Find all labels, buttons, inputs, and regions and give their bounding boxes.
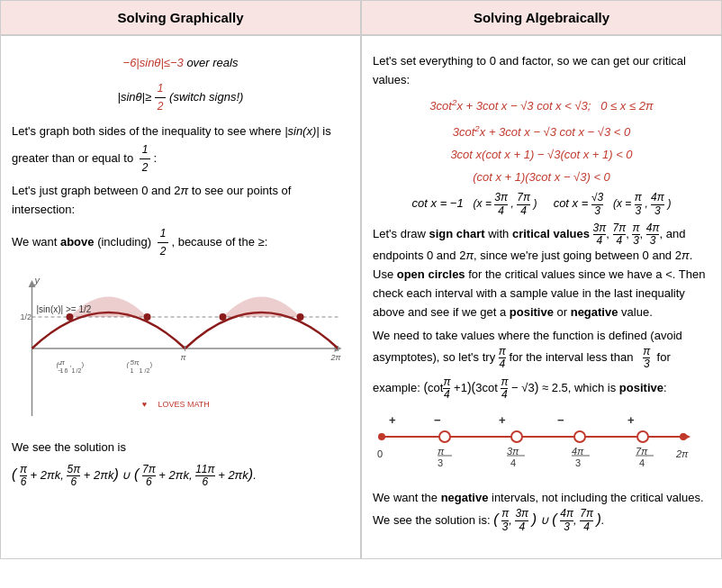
conclusion: We want the negative intervals, not incl… [373,489,710,533]
svg-point-44 [637,431,648,442]
svg-point-45 [378,433,385,440]
step2-text: Let's graph both sides of the inequality… [12,122,349,176]
main-container: Solving Graphically Solving Algebraicall… [0,0,722,559]
svg-text:3: 3 [575,457,581,468]
graph-area: y 1/2 [12,267,349,430]
sample-calc: example: (cotπ4 +1)(3cot π4 − √3) ≈ 2.5,… [373,376,710,401]
svg-text:1/2: 1/2 [21,312,32,321]
svg-point-9 [220,313,227,321]
svg-text:6: 6 [65,367,68,374]
intro-equation: −6|sinθ|≤−3 over reals [12,54,349,73]
svg-point-42 [511,431,522,442]
svg-text:): ) [82,360,85,368]
svg-text:1: 1 [131,367,134,374]
svg-text:π: π [438,446,445,457]
solution-box: We see the solution is ( π6 + 2πk, 5π6 +… [12,439,349,488]
sign-chart: + − + − + [373,408,710,482]
svg-text:y: y [34,275,41,285]
svg-text:π: π [181,353,187,362]
svg-text:|sin(x)| >= 1/2: |sin(x)| >= 1/2 [37,304,92,314]
svg-text:+: + [389,413,396,427]
svg-text:−: − [557,413,564,427]
sample-text: We need to take values where the functio… [373,327,710,370]
svg-point-8 [144,313,151,321]
svg-text:+: + [499,413,506,427]
svg-text:4: 4 [510,457,516,468]
svg-point-41 [439,431,450,442]
svg-text:0: 0 [377,448,383,459]
svg-text:♥: ♥ [142,400,147,409]
svg-text:1: 1 [72,367,76,374]
svg-text:2π: 2π [675,448,689,459]
svg-text:_: _ [58,364,62,371]
svg-text:/2: /2 [145,367,150,374]
svg-text:−: − [434,413,441,427]
eq3: 3cot x(cot x + 1) − √3(cot x + 1) < 0 [373,146,710,165]
step1-equation: |sinθ|≥ 1 2 (switch signs!) [12,80,349,115]
svg-text:7π: 7π [636,446,648,457]
header-row: Solving Graphically Solving Algebraicall… [1,1,721,36]
eq1: 3cot2x + 3cot x − √3 cot x < √3; 0 ≤ x ≤… [373,95,710,116]
svg-text:4π: 4π [572,446,584,457]
svg-text:4: 4 [639,457,645,468]
content-row: −6|sinθ|≤−3 over reals |sinθ|≥ 1 2 (swit… [1,36,721,558]
sign-chart-intro: Let's draw sign chart with critical valu… [373,222,710,322]
svg-text:3π: 3π [507,446,519,457]
svg-text:): ) [150,360,153,368]
svg-text:1: 1 [140,367,143,374]
svg-text:+: + [627,413,635,427]
svg-text:3: 3 [438,457,443,468]
svg-text:LOVES MATH: LOVES MATH [158,400,210,409]
solution-math: ( π6 + 2πk, 5π6 + 2πk) ∪ ( 7π6 + 2πk, 11… [12,463,349,488]
eq5: cot x = −1 (x = 3π4 , 7π4 ) cot x = √33 … [373,192,710,216]
svg-point-46 [680,433,687,440]
right-column-header: Solving Algebraically [362,1,721,34]
svg-text:,: , [138,359,140,366]
right-column: Let's set everything to 0 and factor, so… [362,36,721,558]
left-column: −6|sinθ|≤−3 over reals |sinθ|≥ 1 2 (swit… [1,36,362,558]
solution-intro: We see the solution is [12,439,349,457]
step4-text: We want above (including) 1 2 , because … [12,225,349,260]
eq2: 3cot2x + 3cot x − √3 cot x − √3 < 0 [373,122,710,142]
graph-svg: y 1/2 [12,267,349,430]
svg-text:2π: 2π [330,353,342,362]
right-intro: Let's set everything to 0 and factor, so… [373,52,710,90]
left-column-header: Solving Graphically [1,1,362,34]
eq4: (cot x + 1)(3cot x − √3) < 0 [373,168,710,187]
svg-point-10 [297,313,304,321]
svg-point-7 [67,313,74,321]
svg-point-43 [574,431,585,442]
step3-text: Let's just graph between 0 and 2π to see… [12,182,349,220]
svg-text:/2: /2 [77,367,82,374]
